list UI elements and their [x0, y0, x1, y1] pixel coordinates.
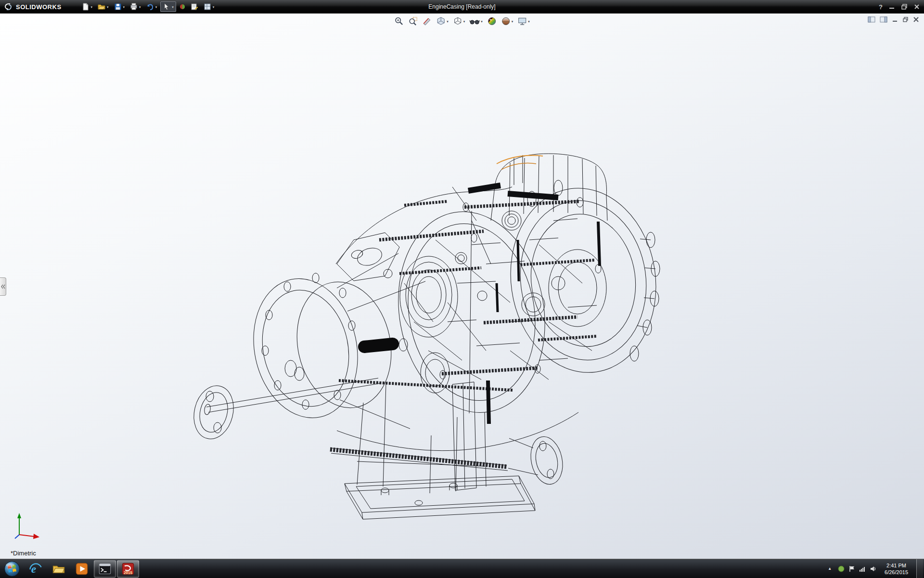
file-properties-button[interactable] — [189, 1, 200, 12]
taskbar-clock[interactable]: 2:41 PM 6/26/2015 — [881, 562, 912, 576]
clock-time: 2:41 PM — [885, 562, 908, 569]
taskbar-item-media-player[interactable] — [71, 560, 93, 578]
taskbar-item-windows-explorer[interactable] — [48, 560, 70, 578]
select-cursor-icon — [163, 3, 170, 11]
open-button[interactable]: ▾ — [96, 1, 111, 12]
zoom-to-area-button[interactable] — [408, 16, 418, 26]
taskbar: e 2015 ▲ — [0, 559, 924, 578]
heads-up-view-toolbar: ▾ ▾ ▾ — [394, 16, 530, 26]
panel-collapse-tab[interactable] — [0, 277, 6, 296]
restore-button[interactable] — [901, 4, 908, 10]
taskbar-item-command-prompt[interactable] — [94, 560, 116, 578]
tray-icons — [838, 565, 876, 572]
dropdown-caret-icon[interactable]: ▾ — [155, 5, 157, 9]
select-tool-button[interactable]: ▾ — [160, 1, 176, 12]
section-view-button[interactable] — [422, 16, 432, 26]
network-icon[interactable] — [859, 565, 866, 572]
dropdown-caret-icon[interactable]: ▾ — [91, 5, 93, 9]
undo-button[interactable]: ▾ — [144, 1, 159, 12]
new-document-icon — [82, 3, 90, 11]
taskbar-item-internet-explorer[interactable]: e — [25, 560, 47, 578]
command-prompt-icon — [98, 562, 112, 576]
svg-text:2015: 2015 — [124, 570, 133, 575]
save-floppy-icon — [114, 3, 122, 11]
minimize-icon — [888, 4, 895, 10]
brand-label: SOLIDWORKS — [16, 3, 62, 11]
close-icon — [913, 4, 920, 10]
dropdown-caret-icon[interactable]: ▾ — [481, 20, 483, 23]
save-button[interactable]: ▾ — [112, 1, 127, 12]
doc-minimize-icon[interactable] — [892, 17, 898, 22]
start-button[interactable] — [0, 559, 24, 578]
folder-icon — [52, 562, 65, 576]
zoom-to-fit-button[interactable] — [394, 16, 404, 26]
titlebar: SOLIDWORKS ▾ ▾ ▾ — [0, 0, 924, 13]
sphere-icon — [180, 3, 185, 11]
z-axis — [15, 535, 19, 539]
chevron-left-icon — [1, 284, 5, 289]
properties-sheet-icon — [191, 3, 198, 11]
dropdown-caret-icon[interactable]: ▾ — [123, 5, 125, 9]
dropdown-caret-icon[interactable]: ▾ — [139, 5, 141, 9]
dropdown-caret-icon[interactable]: ▾ — [107, 5, 109, 9]
taskbar-item-solidworks-2015[interactable]: 2015 — [117, 560, 139, 578]
action-center-flag-icon[interactable] — [848, 565, 855, 572]
display-pane-toggle-icon[interactable] — [880, 16, 887, 23]
orientation-triad — [13, 511, 43, 542]
print-button[interactable]: ▾ — [128, 1, 143, 12]
apply-scene-button[interactable]: ▾ — [500, 16, 514, 26]
zoom-to-fit-icon — [394, 16, 404, 26]
graphics-viewport[interactable]: ▾ ▾ ▾ — [0, 13, 924, 559]
dropdown-caret-icon[interactable]: ▾ — [463, 20, 465, 23]
windows-start-orb-icon — [4, 561, 20, 577]
close-button[interactable] — [913, 4, 920, 10]
dropdown-caret-icon[interactable]: ▾ — [213, 5, 215, 9]
window-controls: ? — [879, 0, 920, 13]
hide-show-items-button[interactable]: ▾ — [469, 16, 483, 26]
section-view-icon — [422, 16, 432, 26]
xpress-products-button[interactable] — [178, 1, 187, 12]
display-style-cube-icon — [453, 16, 462, 26]
dropdown-caret-icon[interactable]: ▾ — [528, 20, 530, 23]
tray-expand-icon[interactable]: ▲ — [826, 566, 834, 571]
monitor-icon — [517, 16, 527, 26]
app-brand: SOLIDWORKS — [0, 0, 67, 13]
x-axis — [19, 535, 35, 537]
model-wireframe — [0, 13, 924, 559]
options-button[interactable]: ▾ — [202, 1, 217, 12]
minimize-button[interactable] — [888, 4, 895, 10]
view-orientation-label: *Dimetric — [11, 550, 36, 557]
solidworks-app-icon: 2015 — [121, 562, 135, 576]
speaker-icon[interactable] — [870, 565, 876, 572]
options-grid-icon — [204, 3, 211, 11]
eyeglasses-icon — [469, 16, 480, 26]
scene-ball-icon — [501, 16, 511, 26]
show-desktop-button[interactable] — [916, 559, 923, 578]
document-window-controls — [868, 16, 919, 23]
appearance-ball-icon — [487, 16, 497, 26]
dropdown-caret-icon[interactable]: ▾ — [512, 20, 513, 23]
restore-icon — [901, 4, 908, 10]
display-style-button[interactable]: ▾ — [452, 16, 466, 26]
print-icon — [130, 3, 138, 11]
clock-date: 6/26/2015 — [885, 569, 908, 576]
resource-monitor-icon[interactable] — [838, 565, 845, 572]
undo-arrow-icon — [146, 3, 154, 11]
help-icon[interactable]: ? — [879, 3, 883, 11]
media-player-icon — [75, 562, 89, 576]
internet-explorer-icon: e — [29, 562, 42, 576]
solidworks-logo-icon — [4, 2, 13, 11]
system-tray: ▲ 2:41 PM 6/26/2015 — [826, 559, 924, 578]
open-folder-icon — [98, 3, 105, 11]
dropdown-caret-icon[interactable]: ▾ — [172, 5, 174, 9]
dropdown-caret-icon[interactable]: ▾ — [447, 20, 449, 23]
feature-pane-toggle-icon[interactable] — [868, 16, 875, 23]
new-document-button[interactable]: ▾ — [80, 1, 95, 12]
view-orientation-button[interactable]: ▾ — [436, 16, 449, 26]
edit-appearance-button[interactable] — [487, 16, 497, 26]
view-cube-icon — [436, 16, 446, 26]
doc-restore-icon[interactable] — [902, 17, 909, 22]
zoom-to-area-icon — [408, 16, 418, 26]
doc-close-icon[interactable] — [913, 17, 919, 22]
view-settings-button[interactable]: ▾ — [517, 16, 530, 26]
